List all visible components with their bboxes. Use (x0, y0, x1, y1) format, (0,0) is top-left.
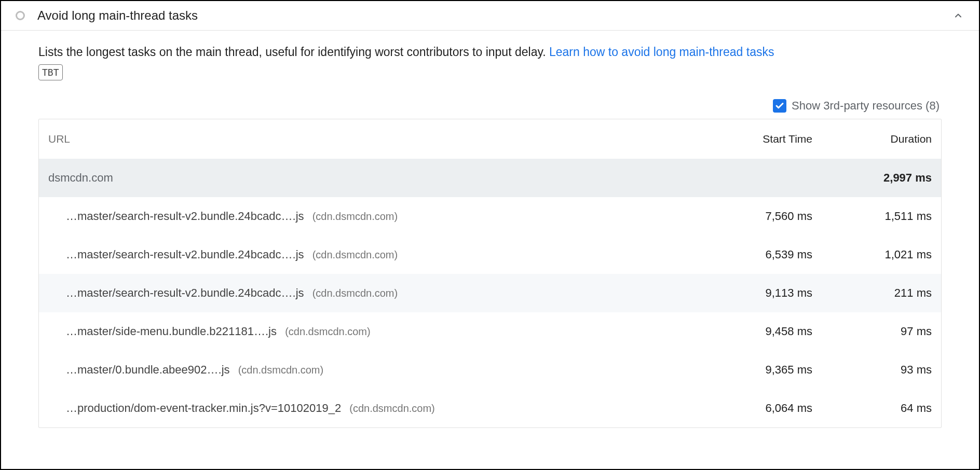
description-text: Lists the longest tasks on the main thre… (38, 45, 549, 59)
third-party-label: Show 3rd-party resources (8) (792, 99, 940, 113)
file-host: (cdn.dsmcdn.com) (312, 211, 398, 222)
audit-title: Avoid long main-thread tasks (37, 8, 940, 23)
table-controls: Show 3rd-party resources (8) (38, 99, 942, 113)
cell-start: 9,458 ms (688, 325, 812, 338)
cell-start: 9,365 ms (688, 363, 812, 377)
tasks-table: URL Start Time Duration dsmcdn.com 2,997… (38, 119, 942, 428)
table-row[interactable]: …master/search-result-v2.bundle.24bcadc…… (39, 236, 941, 274)
table-row[interactable]: …production/dom-event-tracker.min.js?v=1… (39, 389, 941, 427)
table-row[interactable]: …master/side-menu.bundle.b221181….js (cd… (39, 312, 941, 351)
file-host: (cdn.dsmcdn.com) (312, 249, 398, 260)
cell-url: …production/dom-event-tracker.min.js?v=1… (48, 402, 688, 415)
cell-duration: 1,511 ms (812, 210, 932, 223)
file-host: (cdn.dsmcdn.com) (312, 287, 398, 299)
cell-duration: 64 ms (812, 402, 932, 415)
audit-body: Lists the longest tasks on the main thre… (1, 31, 979, 428)
cell-url: …master/search-result-v2.bundle.24bcadc…… (48, 210, 688, 223)
collapse-toggle[interactable] (952, 9, 964, 22)
checkmark-icon (775, 101, 784, 110)
cell-start: 7,560 ms (688, 210, 812, 223)
cell-url: …master/search-result-v2.bundle.24bcadc…… (48, 286, 688, 300)
group-row[interactable]: dsmcdn.com 2,997 ms (39, 159, 941, 197)
cell-duration: 211 ms (812, 286, 932, 300)
cell-start: 6,064 ms (688, 402, 812, 415)
file-name: …master/search-result-v2.bundle.24bcadc…… (66, 210, 304, 223)
status-indicator-icon (16, 11, 25, 20)
file-name: …production/dom-event-tracker.min.js?v=1… (66, 402, 341, 414)
cell-duration: 1,021 ms (812, 248, 932, 261)
file-host: (cdn.dsmcdn.com) (285, 326, 371, 337)
cell-url: …master/side-menu.bundle.b221181….js (cd… (48, 325, 688, 338)
table-row[interactable]: …master/0.bundle.abee902….js (cdn.dsmcdn… (39, 351, 941, 389)
cell-start: 9,113 ms (688, 286, 812, 300)
file-host: (cdn.dsmcdn.com) (238, 364, 324, 376)
cell-url: …master/search-result-v2.bundle.24bcadc…… (48, 248, 688, 261)
group-duration: 2,997 ms (812, 171, 932, 185)
column-header-url: URL (48, 133, 688, 145)
cell-duration: 93 ms (812, 363, 932, 377)
table-row[interactable]: …master/search-result-v2.bundle.24bcadc…… (39, 274, 941, 312)
cell-url: …master/0.bundle.abee902….js (cdn.dsmcdn… (48, 363, 688, 377)
column-header-start: Start Time (688, 133, 812, 145)
audit-description: Lists the longest tasks on the main thre… (38, 43, 942, 80)
chevron-up-icon (953, 10, 963, 21)
file-name: …master/side-menu.bundle.b221181….js (66, 325, 277, 338)
column-header-duration: Duration (812, 133, 932, 145)
file-name: …master/search-result-v2.bundle.24bcadc…… (66, 248, 304, 261)
file-name: …master/0.bundle.abee902….js (66, 363, 230, 376)
table-header-row: URL Start Time Duration (39, 119, 941, 159)
table-row[interactable]: …master/search-result-v2.bundle.24bcadc…… (39, 197, 941, 236)
audit-header[interactable]: Avoid long main-thread tasks (1, 1, 979, 31)
file-name: …master/search-result-v2.bundle.24bcadc…… (66, 286, 304, 299)
third-party-checkbox[interactable] (773, 99, 786, 113)
cell-start: 6,539 ms (688, 248, 812, 261)
file-host: (cdn.dsmcdn.com) (349, 403, 435, 414)
metric-tag: TBT (38, 64, 63, 80)
audit-panel: Avoid long main-thread tasks Lists the l… (0, 0, 980, 470)
learn-more-link[interactable]: Learn how to avoid long main-thread task… (549, 45, 774, 59)
group-host: dsmcdn.com (48, 171, 688, 185)
cell-duration: 97 ms (812, 325, 932, 338)
